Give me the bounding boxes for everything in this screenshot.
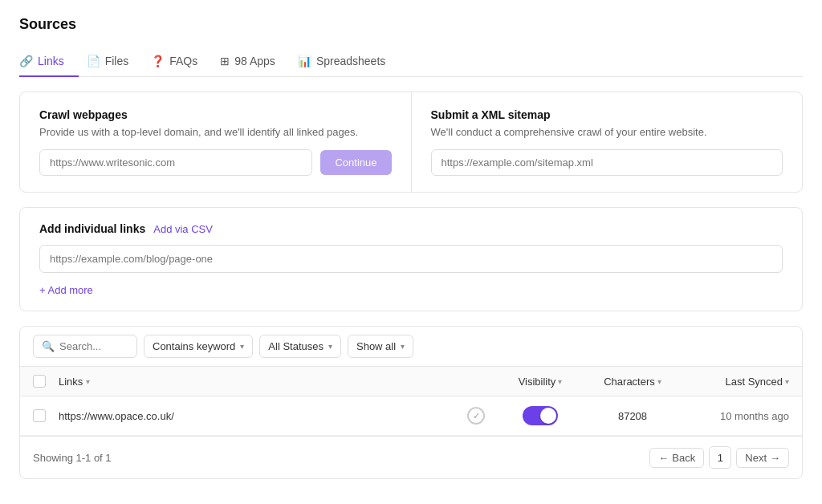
links-table-container: 🔍 Contains keyword ▾ All Statuses ▾ Show… (19, 326, 803, 479)
search-icon: 🔍 (42, 340, 55, 352)
characters-sort-icon[interactable]: ▾ (657, 377, 661, 386)
header-visibility-col: Visibility ▾ (492, 376, 588, 388)
sitemap-input-row (431, 149, 783, 176)
row-checkbox-col (33, 409, 59, 422)
apps-icon: ⊞ (220, 55, 230, 67)
page-title: Sources (19, 16, 803, 33)
row-last-synced: 10 months ago (677, 410, 789, 422)
filter-bar: 🔍 Contains keyword ▾ All Statuses ▾ Show… (20, 327, 802, 367)
tab-spreadsheets[interactable]: 📊 Spreadsheets (298, 47, 400, 77)
chevron-down-icon: ▾ (401, 342, 405, 351)
header-last-synced-col: Last Synced ▾ (677, 376, 789, 388)
crawl-section: Crawl webpages Provide us with a top-lev… (20, 92, 411, 192)
crawl-title: Crawl webpages (39, 108, 392, 121)
tab-files[interactable]: 📄 Files (87, 47, 144, 77)
next-button[interactable]: Next → (736, 448, 789, 468)
next-arrow-icon: → (770, 452, 780, 464)
search-input[interactable] (59, 340, 124, 352)
contains-keyword-dropdown[interactable]: Contains keyword ▾ (144, 335, 253, 358)
cards-row: Crawl webpages Provide us with a top-lev… (19, 91, 803, 193)
row-url: https://www.opace.co.uk/ (59, 410, 460, 422)
back-arrow-icon: ← (658, 452, 669, 464)
header-characters-col: Characters ▾ (588, 376, 677, 388)
status-icon: ✓ (467, 407, 485, 425)
tabs-bar: 🔗 Links 📄 Files ❓ FAQs ⊞ 98 Apps 📊 Sprea… (19, 46, 803, 77)
link-icon: 🔗 (19, 55, 33, 67)
search-box: 🔍 (33, 335, 137, 358)
row-characters: 87208 (588, 410, 677, 422)
file-icon: 📄 (87, 55, 100, 67)
sitemap-desc: We'll conduct a comprehensive crawl of y… (431, 126, 783, 138)
show-all-dropdown[interactable]: Show all ▾ (348, 335, 413, 358)
header-links-col: Links ▾ (59, 376, 492, 388)
tab-faqs[interactable]: ❓ FAQs (151, 47, 212, 77)
row-status-col: ✓ (460, 407, 492, 425)
showing-text: Showing 1-1 of 1 (33, 452, 112, 464)
last-synced-sort-icon[interactable]: ▾ (785, 377, 789, 386)
spreadsheet-icon: 📊 (298, 55, 311, 67)
add-more-button[interactable]: + Add more (39, 284, 93, 296)
toggle-thumb (540, 408, 556, 424)
crawl-desc: Provide us with a top-level domain, and … (39, 126, 392, 138)
sitemap-section: Submit a XML sitemap We'll conduct a com… (411, 92, 803, 192)
all-statuses-dropdown[interactable]: All Statuses ▾ (259, 335, 341, 358)
chevron-down-icon: ▾ (328, 342, 332, 351)
continue-button[interactable]: Continue (320, 150, 391, 175)
row-visibility-col (492, 406, 588, 425)
row-checkbox[interactable] (33, 409, 46, 422)
crawl-input-row: Continue (39, 149, 392, 176)
sitemap-url-input[interactable] (431, 149, 783, 176)
pagination-controls: ← Back 1 Next → (649, 446, 789, 469)
add-links-section: Add individual links Add via CSV + Add m… (19, 207, 803, 311)
pagination-row: Showing 1-1 of 1 ← Back 1 Next → (20, 436, 802, 478)
visibility-toggle[interactable] (523, 406, 558, 425)
add-links-header: Add individual links Add via CSV (39, 222, 783, 235)
add-via-csv-link[interactable]: Add via CSV (153, 223, 213, 235)
chevron-down-icon: ▾ (240, 342, 244, 351)
individual-link-input[interactable] (39, 245, 783, 273)
links-sort-icon[interactable]: ▾ (86, 377, 90, 386)
table-row: https://www.opace.co.uk/ ✓ 87208 10 mont… (20, 396, 802, 436)
back-button[interactable]: ← Back (649, 448, 704, 468)
tab-links[interactable]: 🔗 Links (19, 47, 79, 77)
sitemap-title: Submit a XML sitemap (431, 108, 783, 121)
visibility-sort-icon[interactable]: ▾ (558, 377, 562, 386)
toggle-track (523, 406, 558, 425)
faq-icon: ❓ (151, 55, 165, 67)
header-checkbox-col (33, 375, 59, 388)
table-header: Links ▾ Visibility ▾ Characters ▾ Last S… (20, 367, 802, 396)
add-links-title: Add individual links (39, 222, 145, 235)
page-number[interactable]: 1 (709, 446, 731, 469)
select-all-checkbox[interactable] (33, 375, 46, 388)
tab-apps[interactable]: ⊞ 98 Apps (220, 47, 290, 77)
crawl-url-input[interactable] (39, 149, 312, 176)
